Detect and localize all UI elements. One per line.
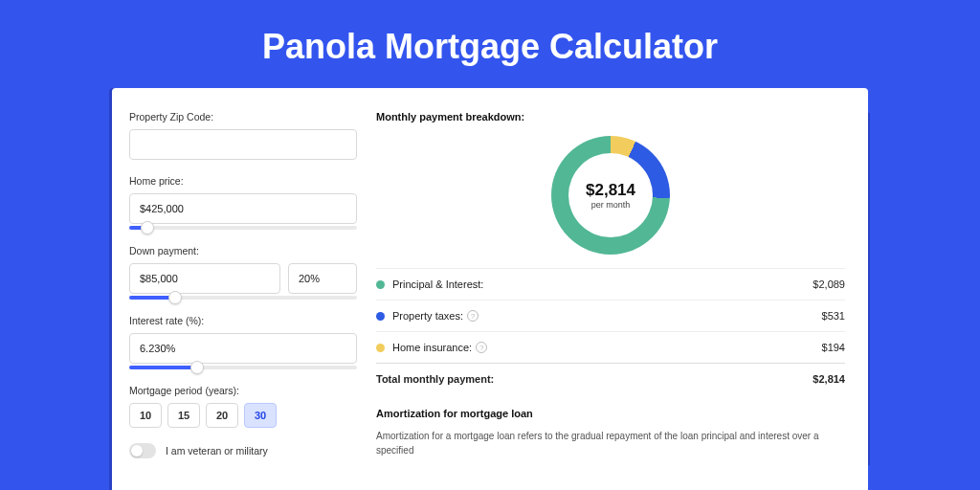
veteran-row: I am veteran or military [129, 443, 357, 458]
price-slider[interactable] [129, 226, 357, 230]
item-insurance-value: $194 [822, 342, 845, 353]
period-10-button[interactable]: 10 [129, 403, 162, 428]
zip-input[interactable] [129, 129, 357, 160]
help-icon[interactable]: ? [476, 342, 487, 353]
period-20-button[interactable]: 20 [206, 403, 238, 428]
donut-amount: $2,814 [586, 181, 635, 200]
item-principal-value: $2,089 [813, 278, 845, 290]
down-slider[interactable] [129, 296, 357, 300]
price-label: Home price: [129, 175, 357, 187]
period-30-button[interactable]: 30 [244, 403, 277, 428]
item-tax-value: $531 [822, 310, 845, 322]
input-panel: Property Zip Code: Home price: Down paym… [129, 111, 357, 490]
price-input[interactable] [129, 193, 357, 224]
rate-group: Interest rate (%): [129, 315, 357, 369]
period-15-button[interactable]: 15 [167, 403, 200, 428]
dot-icon [376, 280, 385, 289]
item-principal-row: Principal & Interest: $2,089 [376, 268, 845, 300]
item-total-value: $2,814 [813, 373, 845, 385]
item-insurance-label: Home insurance: [392, 342, 472, 353]
item-total-row: Total monthly payment: $2,814 [376, 363, 845, 394]
rate-label: Interest rate (%): [129, 315, 357, 326]
dot-icon [376, 312, 385, 321]
rate-slider[interactable] [129, 366, 357, 369]
price-group: Home price: [129, 175, 357, 230]
donut-sub: per month [591, 200, 631, 210]
page-title: Panola Mortgage Calculator [0, 0, 980, 88]
item-tax-row: Property taxes: ? $531 [376, 300, 845, 331]
item-principal-label: Principal & Interest: [392, 278, 483, 290]
breakdown-heading: Monthly payment breakdown: [376, 111, 845, 122]
down-amount-input[interactable] [129, 263, 280, 294]
amort-heading: Amortization for mortgage loan [376, 408, 845, 419]
breakdown-panel: Monthly payment breakdown: $2,814 per mo… [376, 111, 851, 490]
period-label: Mortgage period (years): [129, 385, 357, 396]
dot-icon [376, 344, 385, 352]
zip-label: Property Zip Code: [129, 111, 357, 122]
payment-donut-chart: $2,814 per month [551, 136, 670, 255]
rate-input[interactable] [129, 333, 357, 364]
item-insurance-row: Home insurance: ? $194 [376, 331, 845, 363]
down-label: Down payment: [129, 245, 357, 256]
veteran-label: I am veteran or military [166, 445, 268, 457]
period-group: Mortgage period (years): 10 15 20 30 [129, 385, 357, 428]
donut-center: $2,814 per month [568, 153, 653, 237]
calculator-card: Property Zip Code: Home price: Down paym… [112, 88, 868, 490]
donut-chart-wrap: $2,814 per month [376, 136, 845, 255]
zip-group: Property Zip Code: [129, 111, 357, 160]
amort-body: Amortization for a mortgage loan refers … [376, 429, 845, 457]
item-total-label: Total monthly payment: [376, 373, 494, 385]
period-options: 10 15 20 30 [129, 403, 357, 428]
veteran-toggle[interactable] [129, 443, 156, 458]
down-group: Down payment: [129, 245, 357, 300]
amortization-section: Amortization for mortgage loan Amortizat… [376, 408, 845, 457]
help-icon[interactable]: ? [467, 310, 479, 322]
down-pct-input[interactable] [288, 263, 357, 294]
item-tax-label: Property taxes: [392, 310, 463, 322]
